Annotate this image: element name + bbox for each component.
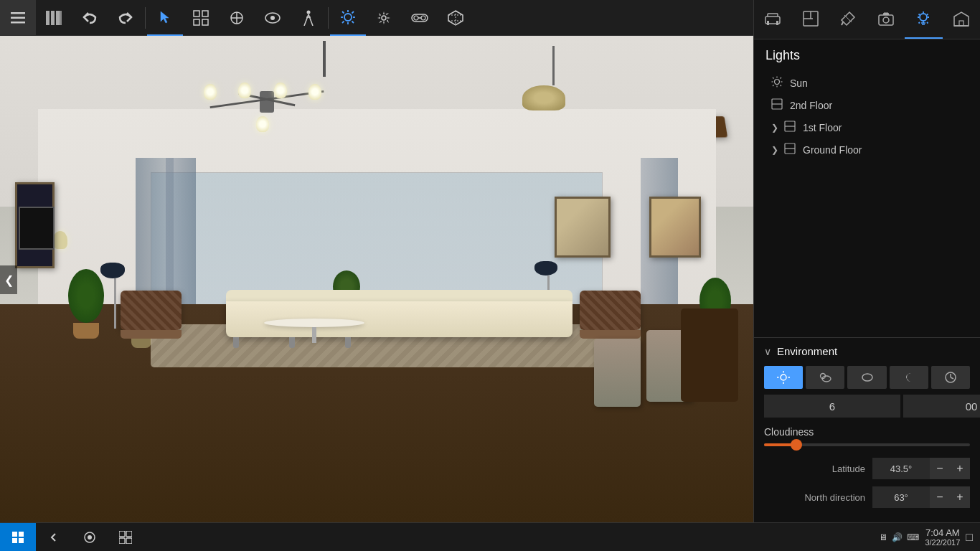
3d-viewport[interactable]: ❮	[0, 36, 753, 524]
svg-rect-95	[126, 538, 132, 544]
walk-tool[interactable]	[291, 0, 326, 36]
svg-rect-9	[194, 19, 199, 25]
cloudiness-thumb[interactable]	[791, 439, 802, 451]
north-direction-input[interactable]	[872, 486, 930, 508]
volume-icon[interactable]: 🔊	[892, 532, 903, 542]
view-tool[interactable]	[255, 0, 291, 36]
lights-title: Lights	[765, 48, 969, 63]
panel-camera-icon[interactable]	[867, 0, 905, 39]
taskview-button[interactable]	[108, 523, 143, 552]
svg-rect-10	[202, 19, 208, 25]
time-row: AM	[764, 395, 970, 418]
north-direction-plus[interactable]: +	[950, 486, 970, 508]
panel-furniture-icon[interactable]	[754, 0, 792, 39]
undo-button[interactable]	[72, 0, 108, 36]
notification-icon[interactable]: □	[966, 531, 973, 544]
svg-rect-92	[119, 531, 125, 537]
svg-rect-37	[776, 21, 778, 25]
light-item-sun[interactable]: Sun	[765, 72, 969, 94]
svg-point-75	[781, 375, 786, 380]
floor-icon-1st	[784, 121, 796, 134]
svg-point-26	[382, 16, 386, 20]
start-button[interactable]	[0, 523, 36, 552]
latitude-input[interactable]	[872, 458, 930, 479]
expand-icon-1st: ❯	[771, 123, 778, 133]
light-item-1st-floor[interactable]: ❯ 1st Floor	[765, 116, 969, 138]
environment-header[interactable]: ∨ Environment	[764, 345, 970, 357]
svg-rect-45	[879, 15, 893, 25]
ground-floor-label: Ground Floor	[803, 144, 963, 156]
svg-line-67	[781, 77, 782, 79]
svg-point-46	[883, 17, 889, 23]
taskbar: 🖥 🔊 ⌨ 7:04 AM 3/22/2017 □	[0, 522, 980, 551]
settings-tool[interactable]	[366, 0, 402, 36]
svg-point-29	[421, 16, 425, 20]
vr-tool[interactable]	[402, 0, 438, 36]
panel-paint-icon[interactable]	[829, 0, 867, 39]
svg-point-17	[344, 14, 352, 21]
svg-point-28	[414, 16, 418, 20]
keyboard-icon[interactable]: ⌨	[907, 532, 919, 542]
dining-table	[681, 309, 738, 402]
svg-line-85	[951, 377, 953, 379]
cloudiness-slider[interactable]	[764, 443, 970, 446]
edit-tool[interactable]	[219, 0, 255, 36]
sun-lighting-tool[interactable]	[330, 0, 366, 36]
network-icon[interactable]: 🖥	[879, 532, 887, 542]
nav-arrow-left[interactable]: ❮	[0, 265, 17, 294]
latitude-plus[interactable]: +	[950, 458, 970, 479]
light-item-ground-floor[interactable]: ❯ Ground Floor	[765, 138, 969, 161]
weather-night[interactable]	[890, 366, 928, 389]
taskbar-clock[interactable]: 7:04 AM 3/22/2017	[925, 527, 960, 547]
environment-section: ∨ Environment AM	[754, 337, 980, 522]
svg-rect-1	[11, 17, 25, 19]
panel-floorplan-icon[interactable]	[792, 0, 830, 39]
panel-building-icon[interactable]	[943, 0, 981, 39]
weather-cloudy[interactable]	[847, 366, 886, 389]
light-item-2nd-floor[interactable]: 2nd Floor	[765, 94, 969, 116]
svg-rect-86	[12, 532, 17, 537]
svg-rect-2	[11, 22, 25, 24]
redo-button[interactable]	[108, 0, 143, 36]
back-button[interactable]	[36, 523, 72, 552]
ceiling-lamp	[542, 46, 565, 110]
sun-label: Sun	[790, 77, 963, 89]
panel-icons	[754, 0, 980, 39]
time-hour-input[interactable]	[764, 395, 900, 418]
north-direction-minus[interactable]: −	[930, 486, 950, 508]
library-button[interactable]	[36, 0, 72, 36]
svg-rect-3	[46, 11, 50, 25]
svg-point-60	[775, 80, 780, 85]
panel-lighting-icon[interactable]	[905, 0, 943, 39]
select-tool[interactable]	[147, 0, 183, 36]
svg-rect-58	[959, 21, 963, 26]
svg-rect-94	[119, 538, 125, 544]
svg-line-65	[773, 77, 774, 79]
svg-point-91	[88, 535, 92, 540]
weather-clear-day[interactable]	[764, 366, 803, 389]
2nd-floor-label: 2nd Floor	[790, 100, 963, 111]
latitude-label: Latitude	[764, 463, 872, 474]
svg-line-23	[352, 21, 354, 23]
object-tool[interactable]	[183, 0, 219, 36]
weather-partly-cloudy[interactable]	[806, 366, 844, 389]
weather-time[interactable]	[931, 366, 970, 389]
time-minutes-input[interactable]	[903, 395, 980, 418]
floor-icon-2nd	[771, 98, 783, 112]
expand-icon-ground: ❯	[771, 145, 778, 155]
svg-rect-36	[767, 21, 769, 25]
armchair-right	[580, 291, 641, 339]
3dbox-tool[interactable]	[438, 0, 473, 36]
svg-point-16	[307, 10, 311, 14]
svg-rect-4	[51, 11, 55, 25]
wall-lamp	[53, 231, 70, 260]
svg-line-44	[844, 15, 852, 22]
menu-button[interactable]	[0, 0, 36, 36]
latitude-minus[interactable]: −	[930, 458, 950, 479]
north-direction-row: North direction − +	[764, 486, 970, 508]
right-panel: Lights Sun 2nd Floor ❯ 1st Floor ❯	[753, 0, 980, 522]
coffee-table	[264, 319, 364, 343]
svg-rect-0	[11, 12, 25, 14]
cortana-button[interactable]	[72, 523, 108, 552]
svg-point-82	[862, 374, 872, 381]
